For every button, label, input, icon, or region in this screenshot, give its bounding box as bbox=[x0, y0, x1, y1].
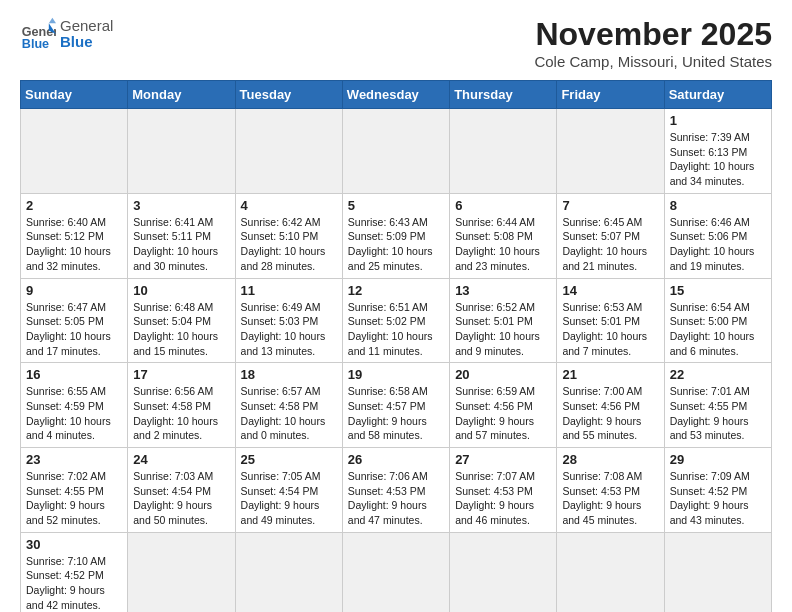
day-info: Sunrise: 7:07 AM Sunset: 4:53 PM Dayligh… bbox=[455, 469, 551, 528]
day-info: Sunrise: 7:00 AM Sunset: 4:56 PM Dayligh… bbox=[562, 384, 658, 443]
day-cell bbox=[342, 109, 449, 194]
day-cell bbox=[235, 109, 342, 194]
day-cell: 6Sunrise: 6:44 AM Sunset: 5:08 PM Daylig… bbox=[450, 193, 557, 278]
day-info: Sunrise: 6:47 AM Sunset: 5:05 PM Dayligh… bbox=[26, 300, 122, 359]
day-number: 18 bbox=[241, 367, 337, 382]
day-info: Sunrise: 6:40 AM Sunset: 5:12 PM Dayligh… bbox=[26, 215, 122, 274]
day-number: 14 bbox=[562, 283, 658, 298]
svg-marker-3 bbox=[49, 18, 56, 23]
day-cell: 29Sunrise: 7:09 AM Sunset: 4:52 PM Dayli… bbox=[664, 448, 771, 533]
logo-blue-text: Blue bbox=[60, 34, 113, 51]
location-title: Cole Camp, Missouri, United States bbox=[534, 53, 772, 70]
day-number: 22 bbox=[670, 367, 766, 382]
day-number: 17 bbox=[133, 367, 229, 382]
day-info: Sunrise: 6:59 AM Sunset: 4:56 PM Dayligh… bbox=[455, 384, 551, 443]
day-cell: 17Sunrise: 6:56 AM Sunset: 4:58 PM Dayli… bbox=[128, 363, 235, 448]
header-area: General Blue General Blue November 2025 … bbox=[20, 16, 772, 70]
day-cell: 5Sunrise: 6:43 AM Sunset: 5:09 PM Daylig… bbox=[342, 193, 449, 278]
day-cell: 4Sunrise: 6:42 AM Sunset: 5:10 PM Daylig… bbox=[235, 193, 342, 278]
day-number: 10 bbox=[133, 283, 229, 298]
weekday-header-sunday: Sunday bbox=[21, 81, 128, 109]
day-info: Sunrise: 7:02 AM Sunset: 4:55 PM Dayligh… bbox=[26, 469, 122, 528]
day-cell: 25Sunrise: 7:05 AM Sunset: 4:54 PM Dayli… bbox=[235, 448, 342, 533]
weekday-header-wednesday: Wednesday bbox=[342, 81, 449, 109]
day-number: 5 bbox=[348, 198, 444, 213]
calendar-table: SundayMondayTuesdayWednesdayThursdayFrid… bbox=[20, 80, 772, 612]
day-info: Sunrise: 7:06 AM Sunset: 4:53 PM Dayligh… bbox=[348, 469, 444, 528]
svg-text:Blue: Blue bbox=[22, 37, 49, 51]
day-cell bbox=[557, 532, 664, 612]
logo-general-text: General bbox=[60, 18, 113, 35]
day-info: Sunrise: 6:57 AM Sunset: 4:58 PM Dayligh… bbox=[241, 384, 337, 443]
title-area: November 2025 Cole Camp, Missouri, Unite… bbox=[534, 16, 772, 70]
day-cell bbox=[128, 109, 235, 194]
day-number: 9 bbox=[26, 283, 122, 298]
day-number: 26 bbox=[348, 452, 444, 467]
day-number: 23 bbox=[26, 452, 122, 467]
month-title: November 2025 bbox=[534, 16, 772, 53]
day-number: 4 bbox=[241, 198, 337, 213]
day-info: Sunrise: 7:08 AM Sunset: 4:53 PM Dayligh… bbox=[562, 469, 658, 528]
day-cell: 10Sunrise: 6:48 AM Sunset: 5:04 PM Dayli… bbox=[128, 278, 235, 363]
weekday-header-tuesday: Tuesday bbox=[235, 81, 342, 109]
day-number: 19 bbox=[348, 367, 444, 382]
day-info: Sunrise: 6:49 AM Sunset: 5:03 PM Dayligh… bbox=[241, 300, 337, 359]
page: General Blue General Blue November 2025 … bbox=[0, 0, 792, 612]
day-cell: 24Sunrise: 7:03 AM Sunset: 4:54 PM Dayli… bbox=[128, 448, 235, 533]
weekday-header-thursday: Thursday bbox=[450, 81, 557, 109]
day-info: Sunrise: 7:10 AM Sunset: 4:52 PM Dayligh… bbox=[26, 554, 122, 612]
day-number: 20 bbox=[455, 367, 551, 382]
day-number: 11 bbox=[241, 283, 337, 298]
day-cell bbox=[664, 532, 771, 612]
day-info: Sunrise: 6:55 AM Sunset: 4:59 PM Dayligh… bbox=[26, 384, 122, 443]
day-info: Sunrise: 6:43 AM Sunset: 5:09 PM Dayligh… bbox=[348, 215, 444, 274]
week-row-5: 30Sunrise: 7:10 AM Sunset: 4:52 PM Dayli… bbox=[21, 532, 772, 612]
day-cell bbox=[235, 532, 342, 612]
day-info: Sunrise: 6:41 AM Sunset: 5:11 PM Dayligh… bbox=[133, 215, 229, 274]
day-cell: 28Sunrise: 7:08 AM Sunset: 4:53 PM Dayli… bbox=[557, 448, 664, 533]
day-info: Sunrise: 6:53 AM Sunset: 5:01 PM Dayligh… bbox=[562, 300, 658, 359]
day-number: 8 bbox=[670, 198, 766, 213]
logo: General Blue General Blue bbox=[20, 16, 113, 52]
weekday-header-monday: Monday bbox=[128, 81, 235, 109]
day-cell: 23Sunrise: 7:02 AM Sunset: 4:55 PM Dayli… bbox=[21, 448, 128, 533]
week-row-2: 9Sunrise: 6:47 AM Sunset: 5:05 PM Daylig… bbox=[21, 278, 772, 363]
week-row-3: 16Sunrise: 6:55 AM Sunset: 4:59 PM Dayli… bbox=[21, 363, 772, 448]
day-cell: 3Sunrise: 6:41 AM Sunset: 5:11 PM Daylig… bbox=[128, 193, 235, 278]
day-cell: 9Sunrise: 6:47 AM Sunset: 5:05 PM Daylig… bbox=[21, 278, 128, 363]
day-number: 12 bbox=[348, 283, 444, 298]
day-cell: 20Sunrise: 6:59 AM Sunset: 4:56 PM Dayli… bbox=[450, 363, 557, 448]
day-info: Sunrise: 6:45 AM Sunset: 5:07 PM Dayligh… bbox=[562, 215, 658, 274]
weekday-header-row: SundayMondayTuesdayWednesdayThursdayFrid… bbox=[21, 81, 772, 109]
day-cell: 18Sunrise: 6:57 AM Sunset: 4:58 PM Dayli… bbox=[235, 363, 342, 448]
day-number: 25 bbox=[241, 452, 337, 467]
day-number: 15 bbox=[670, 283, 766, 298]
day-info: Sunrise: 6:56 AM Sunset: 4:58 PM Dayligh… bbox=[133, 384, 229, 443]
day-number: 2 bbox=[26, 198, 122, 213]
day-cell: 13Sunrise: 6:52 AM Sunset: 5:01 PM Dayli… bbox=[450, 278, 557, 363]
day-cell: 21Sunrise: 7:00 AM Sunset: 4:56 PM Dayli… bbox=[557, 363, 664, 448]
day-cell: 1Sunrise: 7:39 AM Sunset: 6:13 PM Daylig… bbox=[664, 109, 771, 194]
day-info: Sunrise: 6:54 AM Sunset: 5:00 PM Dayligh… bbox=[670, 300, 766, 359]
day-cell: 12Sunrise: 6:51 AM Sunset: 5:02 PM Dayli… bbox=[342, 278, 449, 363]
day-cell: 19Sunrise: 6:58 AM Sunset: 4:57 PM Dayli… bbox=[342, 363, 449, 448]
day-cell: 14Sunrise: 6:53 AM Sunset: 5:01 PM Dayli… bbox=[557, 278, 664, 363]
day-number: 3 bbox=[133, 198, 229, 213]
day-info: Sunrise: 6:52 AM Sunset: 5:01 PM Dayligh… bbox=[455, 300, 551, 359]
day-cell bbox=[450, 532, 557, 612]
day-cell: 16Sunrise: 6:55 AM Sunset: 4:59 PM Dayli… bbox=[21, 363, 128, 448]
week-row-0: 1Sunrise: 7:39 AM Sunset: 6:13 PM Daylig… bbox=[21, 109, 772, 194]
day-cell bbox=[21, 109, 128, 194]
day-cell: 26Sunrise: 7:06 AM Sunset: 4:53 PM Dayli… bbox=[342, 448, 449, 533]
day-info: Sunrise: 6:46 AM Sunset: 5:06 PM Dayligh… bbox=[670, 215, 766, 274]
day-info: Sunrise: 6:48 AM Sunset: 5:04 PM Dayligh… bbox=[133, 300, 229, 359]
week-row-1: 2Sunrise: 6:40 AM Sunset: 5:12 PM Daylig… bbox=[21, 193, 772, 278]
day-cell: 15Sunrise: 6:54 AM Sunset: 5:00 PM Dayli… bbox=[664, 278, 771, 363]
day-number: 16 bbox=[26, 367, 122, 382]
day-cell: 2Sunrise: 6:40 AM Sunset: 5:12 PM Daylig… bbox=[21, 193, 128, 278]
day-number: 24 bbox=[133, 452, 229, 467]
day-info: Sunrise: 7:01 AM Sunset: 4:55 PM Dayligh… bbox=[670, 384, 766, 443]
day-number: 27 bbox=[455, 452, 551, 467]
day-cell: 11Sunrise: 6:49 AM Sunset: 5:03 PM Dayli… bbox=[235, 278, 342, 363]
day-cell bbox=[557, 109, 664, 194]
